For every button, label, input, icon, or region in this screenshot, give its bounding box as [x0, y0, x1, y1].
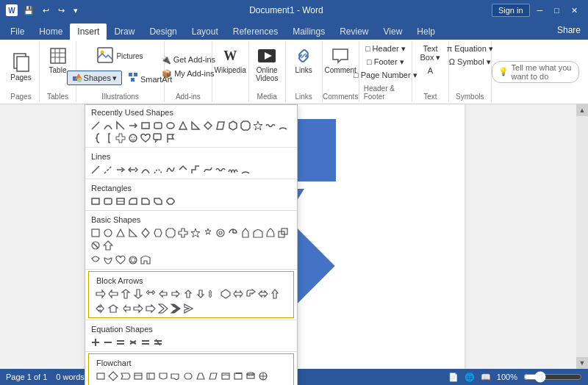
shape-callout-r[interactable] [152, 132, 164, 144]
ba11[interactable] [220, 288, 232, 300]
fc6[interactable] [157, 370, 169, 382]
sign-in-button[interactable]: Sign in [492, 4, 530, 17]
status-view-print[interactable]: 📄 [448, 373, 459, 382]
ba7[interactable] [170, 288, 182, 300]
shape-smiley[interactable] [127, 132, 139, 144]
shape-r6[interactable] [152, 195, 164, 207]
shapes-button[interactable]: Shapes ▾ [68, 71, 121, 84]
bs13[interactable] [240, 227, 251, 239]
shape-triangle[interactable] [177, 120, 189, 132]
shape-l1[interactable] [90, 164, 101, 176]
bs10[interactable] [202, 227, 214, 239]
wikipedia-button[interactable]: W Wikipedia [210, 43, 251, 77]
textbox-button[interactable]: TextBox ▾ [417, 43, 443, 64]
bs2[interactable] [102, 227, 114, 239]
shape-l5[interactable] [140, 164, 151, 176]
bs20[interactable] [102, 254, 114, 266]
bs8[interactable] [177, 227, 189, 239]
shape-hexagon[interactable] [227, 120, 239, 132]
shape-l13[interactable] [240, 164, 251, 176]
shape-l8[interactable] [177, 164, 189, 176]
tab-insert[interactable]: Insert [70, 24, 107, 40]
ba20[interactable] [145, 303, 157, 314]
fc10[interactable] [207, 370, 219, 382]
fc4[interactable] [132, 370, 144, 382]
scroll-up-button[interactable]: ▲ [576, 104, 588, 116]
maximize-button[interactable]: □ [550, 4, 564, 16]
shape-rect-r[interactable] [152, 120, 164, 132]
online-videos-button[interactable]: OnlineVideos [251, 43, 282, 85]
shape-r4[interactable] [127, 195, 139, 207]
shape-parallelogram[interactable] [215, 120, 226, 132]
tab-help[interactable]: Help [409, 24, 442, 40]
shape-brace[interactable] [90, 132, 101, 144]
ba3[interactable] [120, 288, 132, 300]
ba2[interactable] [107, 288, 119, 300]
redo-quick-btn[interactable]: ↪ [55, 4, 68, 17]
tab-review[interactable]: Review [332, 24, 376, 40]
bs15[interactable] [265, 227, 276, 239]
bs22[interactable] [127, 254, 139, 266]
fc12[interactable] [232, 370, 244, 382]
shape-rect2[interactable] [140, 120, 151, 132]
shape-r5[interactable] [140, 195, 151, 207]
eq5[interactable] [140, 337, 151, 348]
shape-heart[interactable] [140, 132, 151, 144]
tab-mailings[interactable]: Mailings [285, 24, 332, 40]
eq4[interactable] [127, 337, 139, 348]
bs11[interactable] [215, 227, 226, 239]
right-scrollbar[interactable]: ▲ ▼ [576, 104, 588, 369]
save-quick-btn[interactable]: 💾 [21, 4, 37, 17]
fc2[interactable] [107, 370, 119, 382]
scroll-track[interactable] [576, 116, 588, 357]
ba12[interactable] [232, 288, 244, 300]
bs21[interactable] [115, 254, 126, 266]
shape-curve[interactable] [102, 120, 114, 132]
bs5[interactable] [140, 227, 151, 239]
shape-right-angle[interactable] [115, 120, 126, 132]
shape-arrow-line[interactable] [127, 120, 139, 132]
zoom-slider[interactable] [523, 371, 582, 383]
status-view-web[interactable]: 🌐 [465, 373, 475, 382]
shape-cross[interactable] [115, 132, 126, 144]
bs14[interactable] [252, 227, 264, 239]
fc11[interactable] [220, 370, 232, 382]
ba13[interactable] [245, 288, 257, 300]
shape-l10[interactable] [202, 164, 214, 176]
eq1[interactable] [90, 337, 101, 348]
links-button[interactable]: Links [289, 43, 318, 77]
undo-quick-btn[interactable]: ↩ [40, 4, 52, 17]
eq3[interactable] [115, 337, 126, 348]
ba8[interactable] [182, 288, 194, 300]
footer-button[interactable]: □ Footer ▾ [351, 56, 420, 68]
my-addins-button[interactable]: 📦 My Add-ins [158, 68, 219, 80]
ba23[interactable] [182, 303, 194, 314]
tab-home[interactable]: Home [32, 24, 70, 40]
bs23[interactable] [140, 254, 151, 266]
ba16[interactable] [95, 303, 107, 314]
bs19[interactable] [90, 254, 101, 266]
equation-button[interactable]: π Equation ▾ [444, 43, 496, 55]
ba9[interactable] [195, 288, 207, 300]
tab-file[interactable]: File [3, 24, 32, 40]
bs3[interactable] [115, 227, 126, 239]
shape-octagon[interactable] [240, 120, 251, 132]
shape-arc[interactable] [277, 120, 289, 132]
share-button[interactable]: Share [550, 22, 588, 38]
ba6[interactable] [157, 288, 169, 300]
shape-l9[interactable] [190, 164, 201, 176]
ba19[interactable] [132, 303, 144, 314]
symbol-button[interactable]: Ω Symbol ▾ [444, 56, 496, 68]
ba10[interactable] [207, 288, 219, 300]
shape-r3[interactable] [115, 195, 126, 207]
scroll-down-button[interactable]: ▼ [576, 357, 588, 369]
shape-flag[interactable] [165, 132, 176, 144]
bs12[interactable] [227, 227, 239, 239]
shape-diamond[interactable] [202, 120, 214, 132]
eq6[interactable] [152, 337, 164, 348]
shape-wave[interactable] [265, 120, 276, 132]
shape-l2[interactable] [102, 164, 114, 176]
eq2[interactable] [102, 337, 114, 348]
bs18[interactable] [102, 240, 114, 251]
fc8[interactable] [182, 370, 194, 382]
